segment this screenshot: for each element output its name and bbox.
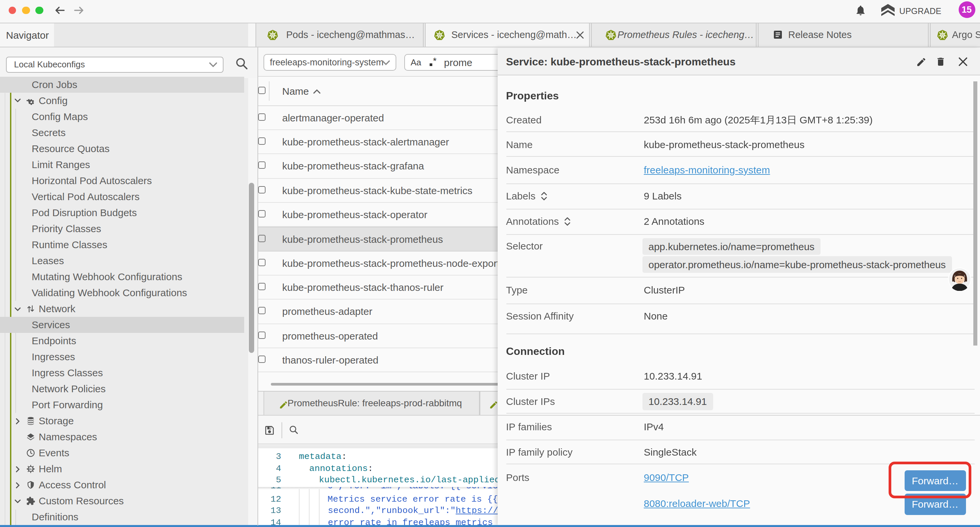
svg-text:HELM: HELM [27, 468, 34, 470]
